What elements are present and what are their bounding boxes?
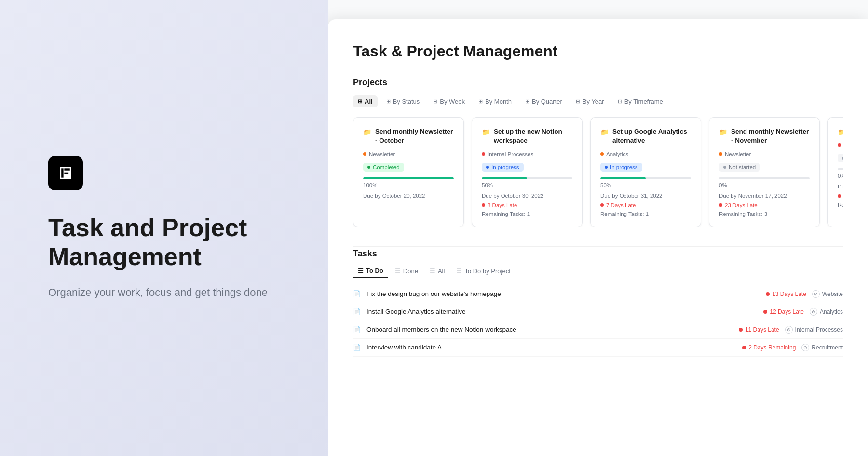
task-3-name: Onboard all members on the new Notion wo… [366,326,733,333]
card-3-title: Set up Google Analytics alternative [612,127,691,146]
card-2-progress-bar [482,177,572,179]
card-2-status-dot [486,166,489,169]
tab-by-month-icon: ⊞ [478,98,483,105]
tab-all[interactable]: ⊞ All [353,95,378,107]
task-4-badges: 2 Days Remaining ⊙ Recruitment [742,344,843,351]
tab-by-year-label: By Year [583,98,604,105]
task-4-name: Interview with candidate A [366,344,736,351]
card-3-late-dot [600,203,604,207]
card-4-title: Send monthly Newsletter - November [731,127,810,146]
tab-by-timeframe-icon: ⊡ [618,98,622,105]
task-tab-all-label: All [438,268,445,275]
card-2-title: Set up the new Notion workspace [494,127,572,146]
tab-by-timeframe[interactable]: ⊡ By Timeframe [613,95,668,107]
card-1-title-row: 📁 Send monthly Newsletter - October [363,127,454,146]
card-5-progress-bar [838,168,843,170]
tab-by-status-label: By Status [393,98,420,105]
card-1-due-date: Due by October 20, 2022 [363,193,454,199]
card-3-due-date: Due by October 31, 2022 [600,193,691,199]
task-1-badges: 13 Days Late ⊙ Website [766,290,843,298]
task-3-category-label: Internal Processes [795,326,843,333]
task-tab-all-icon: ☰ [430,268,435,275]
card-3-progress-fill [600,177,646,179]
project-card-3[interactable]: 📁 Set up Google Analytics alternative An… [590,117,701,227]
card-2-tag-label: Internal Processes [488,151,533,157]
card-2-tag-dot [482,152,485,156]
card-1-tag-dot [363,152,366,156]
card-3-late: 7 Days Late [600,202,691,208]
task-tab-done[interactable]: ☰ Done [390,265,423,277]
task-row-4[interactable]: 📄 Interview with candidate A 2 Days Rema… [353,339,843,357]
left-subtitle: Organize your work, focus and get things… [48,284,280,300]
task-3-late: 11 Days Late [739,326,779,333]
task-2-badges: 12 Days Late ⊙ Analytics [763,308,843,316]
notion-logo [48,156,83,190]
task-3-late-dot [739,328,743,332]
card-2-progress-label: 50% [482,182,572,188]
task-row-1[interactable]: 📄 Fix the design bug on our website's ho… [353,285,843,303]
card-4-progress-bar [719,177,810,179]
card-1-tag-label: Newsletter [369,151,395,157]
tab-by-year[interactable]: ⊞ By Year [571,95,609,107]
card-1-title: Send monthly Newsletter - October [375,127,454,146]
card-1-progress-label: 100% [363,182,454,188]
task-4-late-dot [742,346,746,349]
card-5-status-dot [842,157,843,160]
card-4-folder-icon: 📁 [719,128,727,136]
project-card-5[interactable]: 📁 Hire a Marke... Recrui... Not sta... [827,117,843,227]
card-3-tag-label: Analytics [606,151,628,157]
task-tab-all[interactable]: ☰ All [425,265,449,277]
card-4-late-dot [719,203,722,207]
card-5-due-date: Due by No... [838,184,843,189]
card-3-late-label: 7 Days Late [606,202,636,208]
tab-all-label: All [365,98,373,105]
card-2-progress-fill [482,177,527,179]
page-title: Task & Project Management [353,42,843,60]
task-row-2[interactable]: 📄 Install Google Analytics alternative 1… [353,303,843,321]
card-2-due-date: Due by October 30, 2022 [482,193,572,199]
task-4-category-label: Recruitment [812,344,843,351]
tab-all-icon: ⊞ [358,98,362,105]
tab-by-timeframe-label: By Timeframe [624,98,663,105]
task-4-late-label: 2 Days Remaining [748,344,796,351]
task-3-category-icon: ⊙ [785,326,793,334]
card-4-due-date: Due by November 17, 2022 [719,193,810,199]
card-1-status-label: Completed [373,164,400,170]
task-tab-todo-label: To Do [366,267,383,274]
tab-by-quarter[interactable]: ⊞ By Quarter [520,95,567,107]
task-3-late-label: 11 Days Late [745,326,779,333]
card-3-status: In progress [600,163,642,172]
project-card-4[interactable]: 📁 Send monthly Newsletter - November New… [709,117,820,227]
right-panel: Task & Project Management Projects ⊞ All… [328,0,868,456]
card-5-tag-dot [838,143,841,147]
task-tab-todo-by-project[interactable]: ☰ To Do by Project [451,265,515,277]
task-2-name: Install Google Analytics alternative [366,308,758,315]
card-1-folder-icon: 📁 [363,128,371,136]
card-2-folder-icon: 📁 [482,128,490,136]
card-2-tag: Internal Processes [482,151,572,157]
card-4-status: Not started [719,163,760,172]
task-tab-done-icon: ☰ [395,268,401,275]
tasks-tabs: ☰ To Do ☰ Done ☰ All ☰ To Do by Project [353,265,843,278]
card-4-tag-dot [719,152,722,156]
project-card-1[interactable]: 📁 Send monthly Newsletter - October News… [353,117,464,227]
card-3-title-row: 📁 Set up Google Analytics alternative [600,127,691,146]
task-row-3[interactable]: 📄 Onboard all members on the new Notion … [353,321,843,339]
card-3-tag-dot [600,152,604,156]
projects-section-title: Projects [353,78,843,88]
tab-by-month[interactable]: ⊞ By Month [474,95,516,107]
card-4-late: 23 Days Late [719,202,810,208]
card-3-folder-icon: 📁 [600,128,609,136]
task-1-icon: 📄 [353,290,361,297]
card-5-folder-icon: 📁 [838,128,843,136]
card-4-tag-label: Newsletter [725,151,751,157]
task-1-name: Fix the design bug on our website's home… [366,290,760,297]
card-4-late-label: 23 Days Late [725,202,758,208]
task-tab-todo[interactable]: ☰ To Do [353,265,388,278]
task-2-icon: 📄 [353,308,361,315]
card-3-progress-bar [600,177,691,179]
tab-by-status[interactable]: ⊞ By Status [381,95,425,107]
task-1-category-label: Website [822,291,843,297]
project-card-2[interactable]: 📁 Set up the new Notion workspace Intern… [472,117,583,227]
tab-by-week[interactable]: ⊞ By Week [428,95,470,107]
